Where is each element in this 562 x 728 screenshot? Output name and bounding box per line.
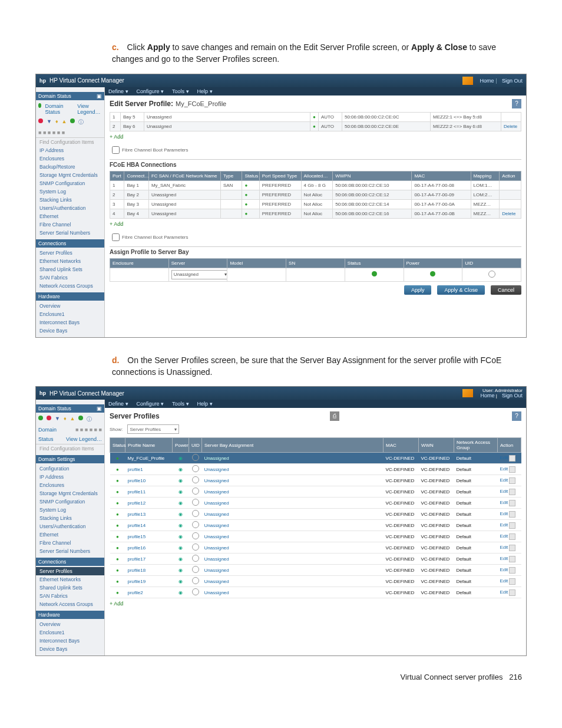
table-row[interactable]: ● profile16 ◉ Unassigned VC-DEFINEDVC-DE… <box>110 542 521 554</box>
delete-link[interactable]: Delete <box>502 211 515 216</box>
menu-tools[interactable]: Tools ▾ <box>172 88 189 94</box>
table-row[interactable]: ● profile17 ◉ Unassigned VC-DEFINEDVC-DE… <box>110 554 521 565</box>
menu-tools[interactable]: Tools ▾ <box>172 401 189 407</box>
sidebar-item[interactable]: Interconnect Bays <box>36 318 104 327</box>
sidebar-item[interactable]: Ethernet Networks <box>36 257 104 265</box>
sidebar-item[interactable]: Enclosures <box>36 481 104 489</box>
table-row[interactable]: ● My_FCoE_Profile ◉ Unassigned VC-DEFINE… <box>110 453 521 464</box>
sidebar-item[interactable]: Server Profiles <box>36 567 104 575</box>
sidebar-item[interactable]: Ethernet Networks <box>36 575 104 584</box>
sidebar-item[interactable]: Server Serial Numbers <box>36 229 104 237</box>
sidebar-item[interactable]: Device Bays <box>36 327 104 335</box>
edit-button[interactable]: Edit <box>500 477 516 483</box>
fc-boot-checkbox[interactable] <box>112 146 120 154</box>
table-row[interactable]: ● profile10 ◉ Unassigned VC-DEFINEDVC-DE… <box>110 475 521 486</box>
table-row[interactable]: ● profile15 ◉ Unassigned VC-DEFINEDVC-DE… <box>110 531 521 542</box>
assignment-link[interactable]: Unassigned <box>204 467 229 472</box>
profile-link[interactable]: profile11 <box>128 489 146 495</box>
sidebar-item[interactable]: Network Access Groups <box>36 282 104 290</box>
profile-link[interactable]: profile14 <box>128 523 146 528</box>
sidebar-item[interactable]: Shared Uplink Sets <box>36 584 104 592</box>
apply-button[interactable]: Apply <box>404 285 432 295</box>
sidebar-item[interactable]: Enclosures <box>36 154 104 163</box>
server-select[interactable]: Unassigned▾ <box>171 270 227 279</box>
table-row[interactable]: ● profile12 ◉ Unassigned VC-DEFINEDVC-DE… <box>110 498 521 509</box>
assignment-link[interactable]: Unassigned <box>204 568 229 573</box>
menu-help[interactable]: Help ▾ <box>197 401 213 407</box>
table-row[interactable]: ● profile13 ◉ Unassigned VC-DEFINEDVC-DE… <box>110 509 521 520</box>
sidebar-item[interactable]: Storage Mgmt Credentials <box>36 489 104 498</box>
edit-button[interactable]: Edit <box>500 533 516 539</box>
edit-button[interactable]: Edit <box>500 567 516 572</box>
apply-close-button[interactable]: Apply & Close <box>437 285 485 295</box>
assignment-link[interactable]: Unassigned <box>204 545 229 551</box>
sidebar-item[interactable]: Users/Authentication <box>36 522 104 531</box>
table-row[interactable]: ● profile11 ◉ Unassigned VC-DEFINEDVC-DE… <box>110 486 521 498</box>
add-fcoe-button[interactable]: + Add <box>110 221 123 227</box>
assignment-link[interactable]: Unassigned <box>204 456 229 461</box>
add-profile-button[interactable]: + Add <box>110 601 123 607</box>
sidebar-item[interactable]: Enclosure1 <box>36 310 104 318</box>
assignment-link[interactable]: Unassigned <box>204 500 229 506</box>
sidebar-item[interactable]: IP Address <box>36 473 104 481</box>
sidebar-item[interactable]: Fibre Channel <box>36 539 104 547</box>
sidebar-item[interactable]: Enclosure1 <box>36 628 104 637</box>
delete-link[interactable]: Delete <box>504 124 517 129</box>
show-select[interactable]: Server Profiles▾ <box>127 424 179 434</box>
profile-link[interactable]: profile12 <box>128 500 146 506</box>
assignment-link[interactable]: Unassigned <box>204 489 229 495</box>
collapse-icon[interactable]: ▣ <box>97 93 102 99</box>
collapse-icon[interactable]: ▣ <box>97 406 102 411</box>
sidebar-item[interactable]: Stacking Links <box>36 196 104 204</box>
assignment-link[interactable]: Unassigned <box>204 478 229 483</box>
sidebar-item[interactable]: Fibre Channel <box>36 220 104 229</box>
edit-button[interactable]: Edit <box>500 589 516 595</box>
sidebar-item[interactable]: Overview <box>36 620 104 628</box>
assignment-link[interactable]: Unassigned <box>204 556 229 562</box>
sidebar-item[interactable]: Ethernet <box>36 531 104 539</box>
edit-button[interactable]: Edit <box>500 578 516 584</box>
sidebar-item[interactable]: Backup/Restore <box>36 163 104 171</box>
menu-configure[interactable]: Configure ▾ <box>137 401 164 407</box>
sidebar-item[interactable]: Stacking Links <box>36 514 104 522</box>
menu-define[interactable]: Define ▾ <box>108 401 128 407</box>
edit-button[interactable]: Edit <box>500 522 516 528</box>
assignment-link[interactable]: Unassigned <box>204 590 229 595</box>
sidebar-item[interactable]: System Log <box>36 187 104 196</box>
sidebar-item[interactable]: SAN Fabrics <box>36 274 104 282</box>
sidebar-item[interactable]: Ethernet <box>36 212 104 220</box>
sidebar-item[interactable]: Users/Authentication <box>36 204 104 212</box>
sidebar-item[interactable]: SNMP Configuration <box>36 179 104 187</box>
edit-button[interactable]: Edit <box>500 489 516 494</box>
sidebar-item[interactable]: System Log <box>36 506 104 514</box>
help-icon[interactable]: ? <box>512 99 521 108</box>
home-link[interactable]: Home <box>480 393 494 398</box>
assignment-link[interactable]: Unassigned <box>204 523 229 528</box>
help-icon[interactable]: ? <box>512 411 521 421</box>
profile-link[interactable]: profile10 <box>128 478 146 483</box>
edit-button[interactable]: Edit <box>500 466 516 472</box>
sidebar-item[interactable]: Interconnect Bays <box>36 637 104 645</box>
table-row[interactable]: ● profile2 ◉ Unassigned VC-DEFINEDVC-DEF… <box>110 587 521 598</box>
home-link[interactable]: Home <box>480 78 494 84</box>
sidebar-item[interactable]: Overview <box>36 302 104 310</box>
profile-link[interactable]: profile15 <box>128 534 146 539</box>
sidebar-item[interactable]: Device Bays <box>36 645 104 653</box>
sidebar-item[interactable]: Storage Mgmt Credentials <box>36 171 104 179</box>
cancel-button[interactable]: Cancel <box>491 285 521 295</box>
signout-link[interactable]: Sign Out <box>502 393 523 398</box>
profile-link[interactable]: profile17 <box>128 556 146 562</box>
sidebar-item[interactable]: IP Address <box>36 146 104 154</box>
edit-button[interactable]: Edit <box>500 511 516 516</box>
profile-link[interactable]: profile1 <box>128 467 143 472</box>
sidebar-item[interactable]: SNMP Configuration <box>36 498 104 506</box>
profile-link[interactable]: profile19 <box>128 579 146 584</box>
table-row[interactable]: ● profile18 ◉ Unassigned VC-DEFINEDVC-DE… <box>110 565 521 576</box>
menu-configure[interactable]: Configure ▾ <box>137 88 164 94</box>
menu-define[interactable]: Define ▾ <box>108 88 128 94</box>
edit-button[interactable]: Edit <box>500 455 516 460</box>
edit-button[interactable]: Edit <box>500 556 516 561</box>
assignment-link[interactable]: Unassigned <box>204 512 229 517</box>
assignment-link[interactable]: Unassigned <box>204 534 229 539</box>
sidebar-item[interactable]: SAN Fabrics <box>36 592 104 600</box>
